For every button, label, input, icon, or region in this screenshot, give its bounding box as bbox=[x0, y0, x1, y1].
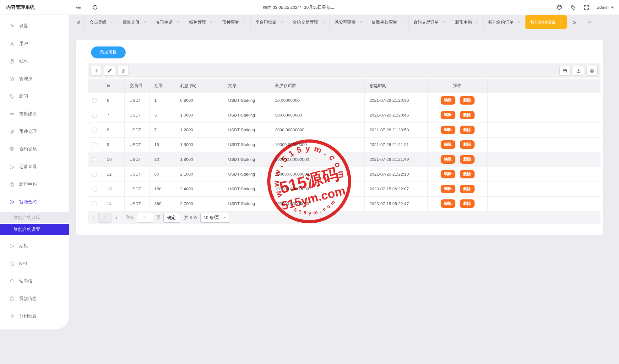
row-radio[interactable] bbox=[92, 187, 97, 192]
tab-item[interactable]: 币种查看× bbox=[217, 15, 251, 30]
tab-item[interactable]: 倍数手数查看× bbox=[367, 15, 409, 30]
add-row-button[interactable] bbox=[90, 66, 102, 76]
edit-button[interactable]: 编辑 bbox=[441, 185, 455, 193]
toggle-columns-button[interactable] bbox=[559, 66, 571, 76]
sidebar-item-smart-contract[interactable]: 智能合约 bbox=[0, 193, 69, 211]
collapse-menu-icon[interactable] bbox=[75, 4, 81, 10]
delete-button[interactable]: 删除 bbox=[460, 126, 475, 134]
tab-close-icon[interactable]: × bbox=[360, 20, 362, 24]
delete-button[interactable]: 删除 bbox=[460, 96, 475, 105]
table-row: 13 USDT 180 2.4000 USDT-Staking 100000.0… bbox=[88, 182, 600, 196]
tab-close-icon[interactable]: × bbox=[322, 20, 325, 24]
content-card: 添加项目 id 交易币 期限 bbox=[76, 40, 603, 235]
sidebar-item-label: 币种管理 bbox=[19, 129, 37, 134]
tab-close-icon[interactable]: × bbox=[243, 20, 246, 24]
sidebar-item-news[interactable]: 新闻 bbox=[0, 88, 69, 105]
page-size-select[interactable]: 10 条/页 bbox=[200, 213, 230, 223]
edit-row-button[interactable] bbox=[104, 66, 115, 76]
delete-button[interactable]: 删除 bbox=[460, 111, 475, 119]
pager-next-icon[interactable] bbox=[114, 216, 118, 220]
table-row: 9 USDT 15 1.5000 USDT-Staking 10000.0000… bbox=[88, 137, 600, 152]
tabs-scroll-right-icon[interactable] bbox=[571, 20, 578, 25]
tab-item[interactable]: 通道充值× bbox=[118, 15, 151, 30]
cell-id: 7 bbox=[102, 108, 124, 122]
cell-created: 2021-07-26 21:20:58 bbox=[364, 122, 427, 137]
pager-goto-input[interactable] bbox=[137, 213, 153, 223]
pager-confirm-button[interactable]: 确定 bbox=[163, 213, 180, 223]
tab-close-icon[interactable]: × bbox=[443, 20, 445, 24]
edit-button[interactable]: 编辑 bbox=[441, 155, 455, 164]
tabs-menu-icon[interactable] bbox=[586, 20, 593, 25]
delete-button[interactable]: 删除 bbox=[460, 170, 475, 178]
tab-close-icon[interactable]: × bbox=[560, 20, 562, 24]
edit-button[interactable]: 编辑 bbox=[441, 140, 455, 149]
tab-close-icon[interactable]: × bbox=[280, 20, 283, 24]
tab-item[interactable]: 合约交易订单× bbox=[409, 15, 450, 30]
row-radio[interactable] bbox=[92, 142, 97, 147]
edit-button[interactable]: 编辑 bbox=[441, 111, 455, 119]
delete-button[interactable]: 删除 bbox=[460, 155, 475, 164]
tab-close-icon[interactable]: × bbox=[476, 20, 479, 24]
delete-button[interactable]: 删除 bbox=[460, 185, 475, 193]
sidebar-item-admins[interactable]: 管理员 bbox=[0, 70, 69, 88]
row-radio[interactable] bbox=[92, 201, 97, 206]
tab-close-icon[interactable]: × bbox=[210, 20, 213, 24]
edit-button[interactable]: 编辑 bbox=[441, 96, 455, 105]
row-radio[interactable] bbox=[92, 157, 97, 162]
tab-close-icon[interactable]: × bbox=[401, 20, 404, 24]
sidebar-item-records[interactable]: 记录查看 bbox=[0, 158, 69, 176]
sidebar-item-nft[interactable]: NFT bbox=[0, 255, 69, 272]
sidebar-item-new-coin-subscription[interactable]: 新币申购 bbox=[0, 176, 69, 193]
sidebar-subitem-smart-contract-orders[interactable]: 智能合约订单 bbox=[0, 212, 69, 223]
tab-item[interactable]: 风险率查看× bbox=[330, 15, 367, 30]
edit-button[interactable]: 编辑 bbox=[441, 170, 455, 178]
sidebar-item-options[interactable]: 期权 bbox=[0, 237, 69, 255]
row-radio[interactable] bbox=[92, 172, 97, 177]
tab-item[interactable]: 合约交易管理× bbox=[288, 15, 330, 30]
sidebar-item-label: 智能合约 bbox=[19, 199, 37, 205]
cell-coin: USDT bbox=[124, 108, 149, 122]
sidebar-item-distribution-settings[interactable]: 分销设置 bbox=[0, 307, 69, 325]
sidebar-subitem-label: 智能合约订单 bbox=[14, 215, 40, 220]
tab-item[interactable]: 新币申购× bbox=[450, 15, 484, 30]
tab-item[interactable]: 钱包管理× bbox=[184, 15, 218, 30]
tab-close-icon[interactable]: × bbox=[518, 20, 520, 24]
sidebar-item-messages[interactable]: 站内信 bbox=[0, 272, 69, 290]
sidebar-item-loan-info[interactable]: 贷款信息 bbox=[0, 290, 69, 307]
tabs-scroll-left-icon[interactable] bbox=[76, 20, 82, 25]
fullscreen-icon[interactable] bbox=[584, 4, 589, 10]
edit-button[interactable]: 编辑 bbox=[441, 199, 455, 208]
sidebar-item-feedback[interactable]: 投拆建议 bbox=[0, 105, 69, 123]
sidebar-item-users[interactable]: 用户 bbox=[0, 35, 69, 52]
palette-icon[interactable] bbox=[557, 4, 562, 10]
row-radio[interactable] bbox=[92, 113, 97, 118]
sidebar-item-wallet[interactable]: 钱包 bbox=[0, 52, 69, 70]
sidebar-item-settings[interactable]: 设置 bbox=[0, 17, 69, 35]
tab-item[interactable]: 会员等级× bbox=[85, 15, 118, 30]
refresh-icon[interactable] bbox=[92, 4, 98, 10]
export-button[interactable] bbox=[573, 66, 584, 76]
sidebar-subitem-smart-contract-settings[interactable]: 智能合约设置 bbox=[0, 224, 69, 235]
table-row: 12 USDT 60 2.1000 USDT-Staking 100000.00… bbox=[88, 167, 600, 182]
tag-icon[interactable] bbox=[570, 4, 576, 10]
print-button[interactable] bbox=[586, 66, 598, 76]
delete-button[interactable]: 删除 bbox=[460, 199, 475, 208]
pager-prev-icon[interactable] bbox=[91, 216, 95, 220]
sidebar-item-contract-trading[interactable]: 合约交易 bbox=[0, 140, 69, 158]
user-menu[interactable]: admin bbox=[597, 5, 614, 10]
sidebar-item-coin-management[interactable]: 币种管理 bbox=[0, 123, 69, 140]
edit-button[interactable]: 编辑 bbox=[441, 126, 455, 134]
row-radio[interactable] bbox=[92, 128, 97, 133]
tab-item[interactable]: 平台币设置× bbox=[251, 15, 288, 30]
tab-item[interactable]: 智能合约订单× bbox=[484, 15, 525, 30]
tab-close-icon[interactable]: × bbox=[111, 20, 113, 24]
tab-close-icon[interactable]: × bbox=[177, 20, 179, 24]
delete-row-button[interactable] bbox=[117, 66, 129, 76]
add-item-button[interactable]: 添加项目 bbox=[91, 46, 126, 58]
row-radio[interactable] bbox=[92, 98, 97, 103]
tab-item-active[interactable]: 智能合约设置× bbox=[525, 15, 567, 29]
delete-button[interactable]: 删除 bbox=[460, 140, 475, 149]
pager-page-button[interactable]: 1 bbox=[98, 213, 111, 223]
tab-close-icon[interactable]: × bbox=[144, 20, 146, 24]
tab-item[interactable]: 充币申请× bbox=[151, 15, 184, 30]
